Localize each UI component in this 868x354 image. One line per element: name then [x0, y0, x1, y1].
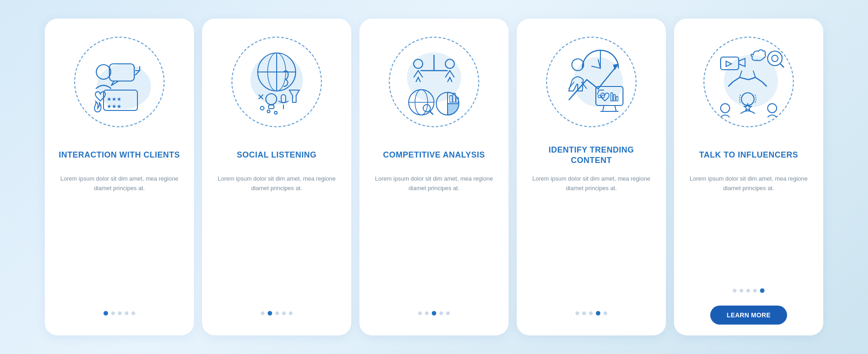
card-talk-influencers: TALK TO INFLUENCERS Lorem ipsum dolor si… [674, 19, 823, 335]
svg-point-18 [267, 110, 270, 113]
dot [740, 289, 743, 292]
dot [439, 311, 443, 315]
dots-row-1 [104, 311, 135, 316]
card-icon-area-2 [227, 32, 326, 132]
dot [582, 311, 586, 315]
cards-container: ★★★ ★★★ INTERACTION WITH CLIENTS Lorem i… [36, 10, 832, 344]
dots-row-2 [261, 311, 292, 316]
dot [576, 311, 579, 315]
dot-active [760, 288, 764, 293]
dot [289, 311, 292, 315]
svg-text:★★★: ★★★ [107, 103, 122, 110]
card-title-4: IDENTIFY TRENDING CONTENT [529, 144, 653, 167]
dot-active [596, 311, 600, 316]
dot [132, 311, 135, 315]
dot [261, 311, 264, 315]
svg-line-52 [780, 64, 784, 67]
card-icon-area-3 [384, 32, 484, 132]
card-icon-area-5 [699, 32, 798, 132]
dots-row-4 [576, 311, 607, 316]
card-competitive-analysis: COMPETITIVE ANALYSIS Lorem ipsum dolor s… [359, 19, 509, 335]
identify-trending-icon [551, 41, 632, 123]
dot-active [104, 311, 108, 316]
card-interaction-clients: ★★★ ★★★ INTERACTION WITH CLIENTS Lorem i… [45, 19, 194, 335]
svg-point-56 [768, 104, 777, 113]
svg-line-39 [615, 105, 616, 111]
dots-row-3 [418, 311, 450, 316]
card-identify-trending: IDENTIFY TRENDING CONTENT Lorem ipsum do… [517, 19, 666, 335]
svg-point-47 [724, 55, 778, 107]
dots-row-5 [733, 288, 764, 293]
card-description-4: Lorem ipsum dolor sit dim amet, mea regi… [529, 174, 653, 193]
svg-line-29 [429, 111, 433, 115]
dot [425, 311, 429, 315]
dot-active [432, 311, 436, 316]
dot-active [268, 311, 272, 316]
dot [446, 311, 450, 315]
svg-point-50 [768, 51, 782, 66]
card-description-3: Lorem ipsum dolor sit dim amet, mea regi… [372, 174, 496, 193]
dot [282, 311, 286, 315]
dot [604, 311, 607, 315]
dot [118, 311, 122, 315]
interaction-clients-icon: ★★★ ★★★ [79, 41, 160, 123]
dot [418, 311, 422, 315]
svg-point-55 [721, 104, 730, 113]
learn-more-button[interactable]: LEARN MORE [710, 306, 787, 325]
dot [111, 311, 115, 315]
svg-point-0 [97, 64, 151, 109]
dot [753, 289, 757, 292]
svg-rect-12 [269, 105, 274, 109]
dot [275, 311, 279, 315]
talk-influencers-icon [708, 41, 789, 123]
card-social-listening: SOCIAL LISTENING Lorem ipsum dolor sit d… [202, 19, 351, 335]
social-listening-icon [236, 41, 317, 123]
dot [733, 289, 736, 292]
card-description-2: Lorem ipsum dolor sit dim amet, mea regi… [215, 174, 339, 193]
competitive-analysis-icon [393, 41, 475, 123]
card-icon-area-4 [542, 32, 641, 132]
dot [589, 311, 593, 315]
card-icon-area-1: ★★★ ★★★ [70, 32, 169, 132]
card-title-3: COMPETITIVE ANALYSIS [383, 144, 485, 167]
svg-point-51 [772, 55, 778, 62]
dot [125, 311, 128, 315]
card-title-5: TALK TO INFLUENCERS [699, 144, 798, 167]
card-title-2: SOCIAL LISTENING [237, 144, 317, 167]
card-description-5: Lorem ipsum dolor sit dim amet, mea regi… [687, 174, 811, 193]
dot [746, 289, 750, 292]
card-title-1: INTERACTION WITH CLIENTS [59, 144, 180, 167]
svg-point-19 [274, 111, 277, 114]
svg-point-17 [260, 106, 264, 110]
card-description-1: Lorem ipsum dolor sit dim amet, mea regi… [57, 174, 181, 193]
svg-text:★★★: ★★★ [107, 96, 122, 102]
